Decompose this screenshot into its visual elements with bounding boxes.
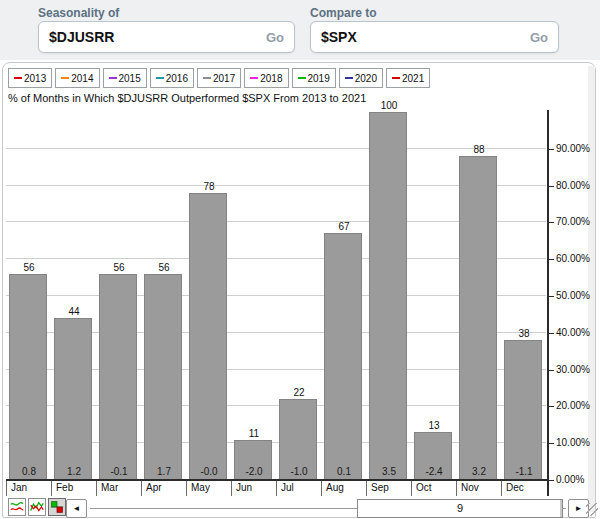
- month-label-Nov: Nov: [456, 481, 501, 496]
- seasonality-lines-chart-button[interactable]: [8, 498, 26, 516]
- legend-color-dash: [61, 77, 69, 79]
- bar-avg-change-label: 3.2: [454, 466, 504, 477]
- legend-year-2021[interactable]: 2021: [386, 68, 430, 88]
- y-tick-label: 80.00%: [556, 180, 590, 191]
- y-tick: [549, 186, 554, 187]
- bar-value-label: 100: [364, 100, 414, 111]
- seasonality-symbol-value[interactable]: $DJUSRR: [49, 29, 266, 45]
- month-label-Apr: Apr: [141, 481, 186, 496]
- legend-year-label: 2021: [402, 73, 424, 84]
- bar-value-label: 56: [4, 262, 54, 273]
- legend-year-label: 2020: [355, 73, 377, 84]
- legend-year-2020[interactable]: 2020: [339, 68, 383, 88]
- y-tick-label: 0.00%: [556, 474, 584, 485]
- bar-Feb: 441.2: [54, 318, 92, 480]
- y-tick: [549, 149, 554, 150]
- y-tick-label: 10.00%: [556, 437, 590, 448]
- month-label-Feb: Feb: [51, 481, 96, 496]
- seasonality-lines-icon: [9, 499, 25, 515]
- month-label-Jul: Jul: [276, 481, 321, 496]
- legend-year-2018[interactable]: 2018: [244, 68, 288, 88]
- bar-Oct: 13-2.4: [414, 432, 452, 480]
- bar-avg-change-label: -1.0: [274, 466, 324, 477]
- bar-avg-change-label: -1.1: [499, 466, 549, 477]
- bar-avg-change-label: 3.5: [364, 466, 414, 477]
- bar-value-label: 88: [454, 144, 504, 155]
- y-tick-label: 30.00%: [556, 364, 590, 375]
- legend-year-2019[interactable]: 2019: [292, 68, 336, 88]
- compare-go-button[interactable]: Go: [530, 30, 548, 45]
- legend-year-2017[interactable]: 2017: [197, 68, 241, 88]
- y-tick: [549, 443, 554, 444]
- resize-handle[interactable]: [586, 503, 598, 516]
- bar-avg-change-label: 1.2: [49, 466, 99, 477]
- y-tick: [549, 406, 554, 407]
- legend-year-label: 2013: [24, 73, 46, 84]
- bar-Jan: 560.8: [9, 274, 47, 480]
- legend-year-2016[interactable]: 2016: [150, 68, 194, 88]
- y-tick: [549, 370, 554, 371]
- legend-color-dash: [250, 77, 258, 79]
- y-axis-line: [547, 110, 549, 496]
- month-label-May: May: [186, 481, 231, 496]
- y-tick-label: 40.00%: [556, 327, 590, 338]
- bar-Apr: 561.7: [144, 274, 182, 480]
- bar-chart-plot: 560.8441.256-0.1561.778-0.011-2.022-1.06…: [6, 112, 546, 480]
- bar-avg-change-label: -2.4: [409, 466, 459, 477]
- bar-avg-change-label: -0.1: [94, 466, 144, 477]
- y-tick: [549, 222, 554, 223]
- y-tick-label: 70.00%: [556, 216, 590, 227]
- bar-value-label: 56: [139, 262, 189, 273]
- legend-year-label: 2017: [213, 73, 235, 84]
- y-tick: [549, 333, 554, 334]
- bar-avg-change-label: -2.0: [229, 466, 279, 477]
- y-tick-label: 20.00%: [556, 400, 590, 411]
- legend-year-label: 2014: [71, 73, 93, 84]
- left-arrow-icon: ◄: [73, 504, 81, 513]
- seasonality-of-label: Seasonality of: [38, 6, 119, 20]
- month-label-Jan: Jan: [6, 481, 51, 496]
- bar-Sep: 1003.5: [369, 112, 407, 480]
- year-legend: 201320142015201620172018201920202021: [8, 68, 430, 88]
- seasonality-symbol-input[interactable]: $DJUSRR Go: [38, 21, 295, 53]
- y-tick-label: 60.00%: [556, 253, 590, 264]
- bar-avg-change-label: 1.7: [139, 466, 189, 477]
- bar-value-label: 13: [409, 420, 459, 431]
- legend-color-dash: [203, 77, 211, 79]
- bar-value-label: 44: [49, 306, 99, 317]
- bar-May: 78-0.0: [189, 193, 227, 480]
- performance-lines-chart-button[interactable]: [28, 498, 46, 516]
- month-label-Mar: Mar: [96, 481, 141, 496]
- bar-Jun: 11-2.0: [234, 440, 272, 480]
- seasonality-tool: Seasonality of $DJUSRR Go Compare to $SP…: [0, 0, 600, 519]
- legend-year-label: 2015: [119, 73, 141, 84]
- symbol-entry-header: Seasonality of $DJUSRR Go Compare to $SP…: [0, 0, 600, 60]
- legend-year-2015[interactable]: 2015: [103, 68, 147, 88]
- right-arrow-icon: ►: [575, 504, 583, 513]
- y-tick-label: 50.00%: [556, 290, 590, 301]
- bar-value-label: 22: [274, 387, 324, 398]
- legend-color-dash: [156, 77, 164, 79]
- legend-year-label: 2016: [166, 73, 188, 84]
- bar-value-label: 67: [319, 221, 369, 232]
- seasonality-go-button[interactable]: Go: [266, 30, 284, 45]
- scrollbar-thumb[interactable]: 9: [357, 499, 563, 518]
- performance-lines-icon: [29, 499, 45, 515]
- compare-symbol-input[interactable]: $SPX Go: [310, 21, 559, 53]
- bar-Mar: 56-0.1: [99, 274, 137, 480]
- bar-avg-change-label: -0.0: [184, 466, 234, 477]
- legend-color-dash: [392, 77, 400, 79]
- bar-value-label: 11: [229, 428, 279, 439]
- bar-value-label: 78: [184, 181, 234, 192]
- bar-avg-change-label: 0.1: [319, 466, 369, 477]
- histogram-chart-button[interactable]: [48, 498, 66, 516]
- scroll-left-button[interactable]: ◄: [66, 499, 87, 518]
- y-tick: [549, 296, 554, 297]
- y-tick: [549, 259, 554, 260]
- legend-year-2013[interactable]: 2013: [8, 68, 52, 88]
- legend-year-2014[interactable]: 2014: [55, 68, 99, 88]
- month-label-Sep: Sep: [366, 481, 411, 496]
- legend-year-label: 2019: [308, 73, 330, 84]
- compare-symbol-value[interactable]: $SPX: [321, 29, 530, 45]
- y-tick-label: 90.00%: [556, 143, 590, 154]
